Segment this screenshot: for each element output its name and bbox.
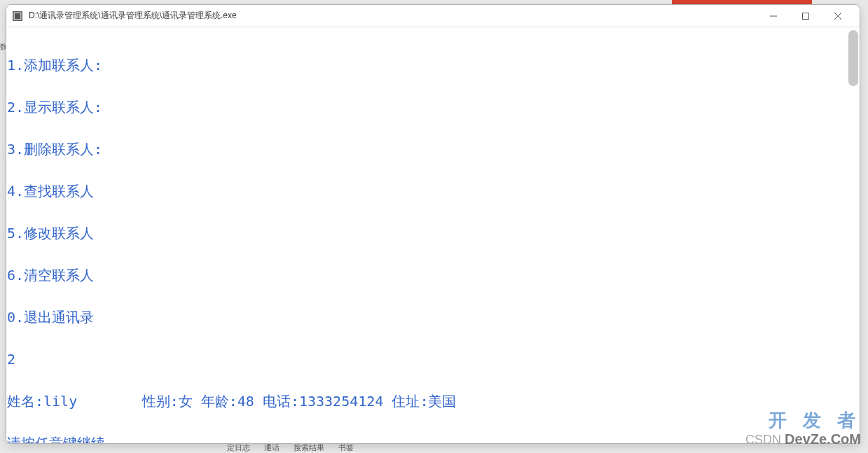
svg-rect-1	[15, 13, 21, 19]
user-input: 2	[7, 352, 859, 366]
menu-item-6: 6.清空联系人	[7, 268, 859, 282]
app-icon	[12, 11, 23, 22]
menu-item-2: 2.显示联系人:	[7, 100, 859, 114]
window-controls	[757, 6, 854, 27]
taskbar-item: 通话	[261, 442, 282, 453]
window-title: D:\通讯录管理系统\通讯录管理系统\通讯录管理系统.exe	[29, 10, 757, 22]
maximize-button[interactable]	[790, 6, 822, 27]
titlebar[interactable]: D:\通讯录管理系统\通讯录管理系统\通讯录管理系统.exe	[6, 5, 860, 27]
taskbar-item: 搜索结果	[291, 442, 327, 453]
console-body[interactable]: 1.添加联系人: 2.显示联系人: 3.删除联系人: 4.查找联系人 5.修改联…	[6, 27, 860, 443]
contact-record: 姓名:lily 性别:女 年龄:48 电话:1333254124 住址:美国	[7, 394, 859, 408]
menu-item-3: 3.删除联系人:	[7, 142, 859, 156]
close-button[interactable]	[822, 6, 854, 27]
minimize-button[interactable]	[757, 6, 790, 27]
menu-item-0: 0.退出通讯录	[7, 310, 859, 324]
taskbar-item: 定日志	[224, 442, 253, 453]
taskbar-item: 书签	[336, 442, 357, 453]
continue-prompt: 请按任意键继续. . .	[7, 436, 859, 443]
taskbar-peek: 定日志 通话 搜索结果 书签	[224, 442, 357, 453]
menu-item-1: 1.添加联系人:	[7, 58, 859, 72]
console-window: D:\通讯录管理系统\通讯录管理系统\通讯录管理系统.exe 1.添加联系人: …	[6, 4, 860, 444]
menu-item-4: 4.查找联系人	[7, 184, 859, 198]
scrollbar-thumb[interactable]	[848, 30, 858, 86]
svg-rect-3	[803, 13, 809, 19]
menu-item-5: 5.修改联系人	[7, 226, 859, 240]
background-left-text: 数	[0, 42, 6, 56]
console-output: 1.添加联系人: 2.显示联系人: 3.删除联系人: 4.查找联系人 5.修改联…	[7, 30, 859, 443]
